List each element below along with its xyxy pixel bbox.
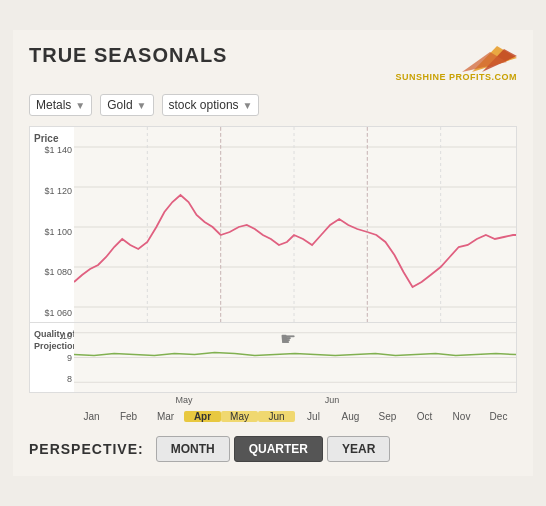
month-apr: Apr [184,411,221,422]
svg-rect-3 [74,127,516,322]
price-tick-5: $1 060 [32,308,72,318]
price-tick-4: $1 080 [32,267,72,277]
month-sep: Sep [369,411,406,422]
dropdown1-arrow: ▼ [75,100,85,111]
month-aug: Aug [332,411,369,422]
price-tick-2: $1 120 [32,186,72,196]
month-nov: Nov [443,411,480,422]
main-chart-svg [74,127,516,322]
month-dec: Dec [480,411,517,422]
perspective-row: PERSPECTIVE: MONTH QUARTER YEAR [29,436,517,462]
btn-group: MONTH QUARTER YEAR [156,436,391,462]
months-sub-container: May Jun [29,393,517,407]
month-jun: Jun [258,411,295,422]
main-chart: Price May-16 $1 140 $1 120 $1 100 $1 080… [30,127,516,322]
dropdown2-arrow: ▼ [137,100,147,111]
sub-spacer2 [369,395,443,405]
month-jul: Jul [295,411,332,422]
months-sub-row: May Jun [73,395,517,405]
main-container: TRUE SEASONALS SUNSHINE PROFITS.COM Meta… [13,30,533,476]
logo-icon [452,44,517,72]
logo-area: SUNSHINE PROFITS.COM [395,44,517,82]
year-button[interactable]: YEAR [327,436,390,462]
sub-spacer3 [443,395,517,405]
months-main-row: Jan Feb Mar Apr May Jun Jul Aug Sep Oct … [29,407,517,426]
month-jan: Jan [73,411,110,422]
sub-may [73,395,147,405]
quality-chart: Quality of Projection 10 9 8 ☛ [29,323,517,393]
quality-tick-2: 9 [32,353,72,363]
sub-may-label: May [147,395,221,405]
cursor-icon: ☛ [280,329,296,349]
month-may: May [221,411,258,422]
quality-tick-1: 10 [32,331,72,341]
month-feb: Feb [110,411,147,422]
header: TRUE SEASONALS SUNSHINE PROFITS.COM [29,44,517,82]
options-dropdown[interactable]: stock options ▼ [162,94,260,116]
main-chart-area: Price May-16 $1 140 $1 120 $1 100 $1 080… [29,126,517,323]
logo-text: SUNSHINE PROFITS.COM [395,72,517,82]
gold-dropdown[interactable]: Gold ▼ [100,94,153,116]
price-tick-1: $1 140 [32,145,72,155]
quality-svg-container: ☛ [74,323,516,392]
quality-svg: ☛ [74,323,516,392]
price-tick-3: $1 100 [32,227,72,237]
metals-dropdown[interactable]: Metals ▼ [29,94,92,116]
page-title: TRUE SEASONALS [29,44,227,67]
quality-axis: 10 9 8 [30,323,74,392]
sub-spacer1 [221,395,295,405]
dropdown3-arrow: ▼ [243,100,253,111]
price-axis: $1 140 $1 120 $1 100 $1 080 $1 060 [30,127,74,322]
month-mar: Mar [147,411,184,422]
month-oct: Oct [406,411,443,422]
perspective-label: PERSPECTIVE: [29,441,144,457]
quarter-button[interactable]: QUARTER [234,436,323,462]
quality-tick-3: 8 [32,374,72,384]
controls-row: Metals ▼ Gold ▼ stock options ▼ [29,94,517,116]
month-button[interactable]: MONTH [156,436,230,462]
sub-jun-label: Jun [295,395,369,405]
chart-svg-container [74,127,516,322]
